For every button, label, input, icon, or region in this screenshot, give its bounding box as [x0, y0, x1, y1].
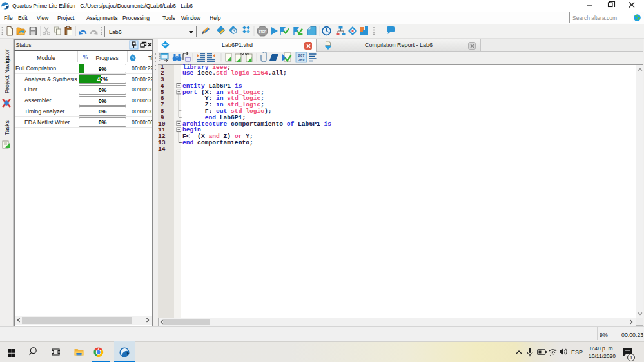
svg-text:267: 267 — [298, 53, 305, 58]
svg-text:268: 268 — [298, 58, 306, 62]
svg-text:STOP: STOP — [259, 30, 266, 33]
